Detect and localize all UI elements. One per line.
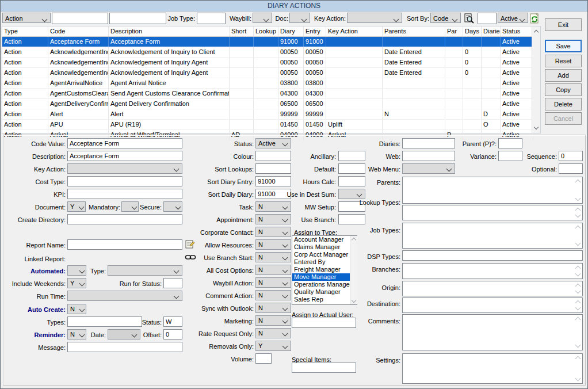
add-button[interactable]: Add [545,69,582,82]
reset-button[interactable]: Reset [545,55,582,67]
filter-description-input[interactable] [109,13,166,24]
key-action-select[interactable] [67,163,182,174]
variance-input[interactable] [498,151,522,161]
mandatory-select[interactable] [121,201,139,212]
kpi-input[interactable] [67,189,182,199]
sort-by-select[interactable]: Code [430,13,461,23]
web-menu-select[interactable] [402,163,455,174]
origin-textarea[interactable] [402,281,583,296]
parent-p-input[interactable] [498,138,522,148]
list-item[interactable]: Claims Manager [292,243,350,251]
table-row[interactable]: ActionAlertAlert9999999999NDActive [2,109,540,120]
table-row[interactable]: ActionAgentCustomsClearanceSend Agent Cu… [2,89,540,99]
table-row[interactable]: ActionAcknowledgementInqAcknowledgement … [2,47,540,58]
record-type-select[interactable]: Action [2,13,51,23]
sequence-input[interactable] [559,151,583,161]
types-input[interactable] [67,316,142,327]
quick-find-input[interactable] [478,13,497,24]
optional-input[interactable] [559,163,583,174]
cost-type-input[interactable] [67,176,182,186]
waybill-select[interactable] [253,13,272,23]
auto-create-select[interactable]: N [67,304,86,314]
volume-input[interactable] [255,353,272,364]
waybill-action-select[interactable]: N [255,277,291,288]
reminder-select[interactable]: N [67,329,86,340]
assign-to-type-listbox[interactable]: Account ManagerClaims ManagerCorp Acct M… [292,235,357,305]
offset-input[interactable] [163,329,182,340]
refresh-icon[interactable] [529,13,540,24]
create-directory-input[interactable] [67,214,182,224]
column-header-status[interactable]: Status [501,26,533,36]
table-row[interactable]: ActionAcknowledgementInqAcknowledgement … [2,58,540,68]
exit-button[interactable]: Exit [545,18,582,31]
table-row[interactable]: ActionAcceptance FormAcceptance Form9100… [2,37,540,47]
diaries-input[interactable] [402,138,455,148]
listbox-scrollbar[interactable] [350,236,357,304]
list-item[interactable]: Operations Manager [292,281,350,288]
list-item[interactable]: Quality Manager [292,288,350,296]
job-types-textarea[interactable] [402,223,583,249]
job-type-input[interactable] [197,13,226,24]
use-branch-input[interactable] [338,214,365,224]
settings-textarea[interactable] [402,353,583,384]
parents-textarea[interactable] [402,177,583,204]
scroll-up-icon[interactable] [534,30,539,35]
use-in-dest-sum-select[interactable] [338,189,365,199]
message-input[interactable] [67,342,182,352]
status-select[interactable]: Active [255,138,291,148]
column-header-code[interactable]: Code [48,26,109,36]
comment-action-select[interactable]: N [255,290,291,300]
use-branch-start-select[interactable]: N [255,252,291,262]
column-header-type[interactable]: Type [2,26,48,36]
table-row[interactable]: ActionAgentArrivalNoticeAgent Arrival No… [2,78,540,89]
table-vertical-scrollbar[interactable] [532,26,540,133]
web-input[interactable] [402,151,455,161]
search-icon[interactable] [463,13,475,24]
column-header-diary[interactable]: Diary [278,26,304,36]
automated-select[interactable] [67,265,86,276]
description-input[interactable] [67,151,182,161]
destination-textarea[interactable] [402,298,583,313]
column-header-diaries[interactable]: Diaries [482,26,501,36]
table-row[interactable]: ActionAgentDeliveryConfirmAgent Delivery… [2,99,540,109]
report-name-input[interactable] [67,239,182,250]
allow-resources-select[interactable]: N [255,239,291,250]
filter-code-input[interactable] [52,13,108,24]
column-header-key-action[interactable]: Key Action [326,26,383,36]
document-select[interactable]: Y [67,201,86,212]
doc-select[interactable] [289,13,310,23]
table-row[interactable]: ActionAPUAPU (R19)0145001450UpliftOActiv… [2,120,540,130]
comments-textarea[interactable] [402,314,583,350]
list-item[interactable]: Freight Manager [292,266,350,273]
list-item[interactable]: Entered By [292,258,350,266]
code-value-input[interactable] [67,138,182,148]
list-item[interactable]: Move Manager [292,273,350,281]
list-item[interactable]: Sales Rep [292,296,350,303]
status-filter-select[interactable]: Active [498,13,528,23]
removals-only-select[interactable]: Y [255,341,291,351]
run-for-status-input[interactable] [163,278,182,288]
column-header-entry[interactable]: Entry [304,26,326,36]
scroll-down-icon[interactable] [352,298,356,303]
marketing-select[interactable]: N [255,315,291,326]
scroll-up-icon[interactable] [352,238,356,242]
rate-request-only-select[interactable]: N [255,328,291,338]
include-weekends-select[interactable]: Y [67,278,86,288]
reminder-date-select[interactable] [108,329,140,340]
assign-to-actual-user-input[interactable] [292,318,356,328]
sync-with-outlook-select[interactable]: N [255,303,291,313]
all-cost-options-select[interactable]: N [255,265,291,275]
list-item[interactable]: Account Manager [292,236,350,243]
scroll-down-icon[interactable] [534,125,539,129]
column-header-par[interactable]: Par [445,26,463,36]
branches-textarea[interactable] [402,263,583,279]
special-items-input[interactable] [292,363,356,373]
column-header-parents[interactable]: Parents [383,26,445,36]
dsp-types-input[interactable] [402,250,583,261]
automated-type-select[interactable] [108,265,182,276]
lookup-types-textarea[interactable] [402,205,583,220]
column-header-lookup[interactable]: Lookup [254,26,278,36]
copy-button[interactable]: Copy [545,83,582,96]
run-time-select[interactable] [67,291,182,301]
key-action-filter-select[interactable] [347,13,402,23]
